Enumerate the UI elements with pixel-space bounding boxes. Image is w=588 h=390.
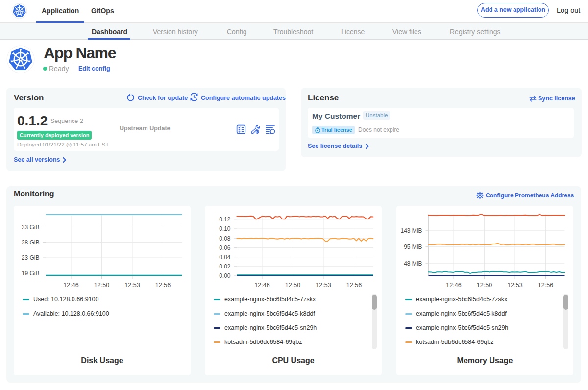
svg-text:12:53: 12:53 (507, 282, 522, 289)
svg-text:0.08: 0.08 (219, 235, 231, 242)
svg-text:0.10: 0.10 (219, 225, 231, 232)
svg-text:19 GiB: 19 GiB (22, 270, 40, 277)
svg-text:12:56: 12:56 (538, 282, 553, 289)
svg-text:12:46: 12:46 (446, 282, 461, 289)
svg-text:48 MiB: 48 MiB (404, 260, 422, 267)
svg-text:33 GiB: 33 GiB (22, 224, 40, 231)
svg-text:28 GiB: 28 GiB (22, 239, 40, 246)
svg-text:0.12: 0.12 (219, 216, 231, 223)
svg-text:12:50: 12:50 (477, 282, 492, 289)
svg-text:95 MiB: 95 MiB (404, 244, 422, 250)
svg-text:12:53: 12:53 (316, 282, 331, 289)
svg-text:143 MiB: 143 MiB (400, 227, 422, 234)
svg-text:23 GiB: 23 GiB (22, 254, 40, 261)
svg-text:12:56: 12:56 (346, 282, 362, 289)
svg-text:12:56: 12:56 (155, 282, 171, 289)
svg-text:0.02: 0.02 (219, 263, 231, 270)
svg-text:12:50: 12:50 (94, 282, 109, 289)
svg-text:12:53: 12:53 (124, 282, 140, 289)
svg-text:0.04: 0.04 (219, 254, 231, 261)
svg-text:12:46: 12:46 (254, 282, 270, 289)
svg-text:0.06: 0.06 (219, 244, 231, 251)
svg-text:0.00: 0.00 (219, 272, 231, 279)
svg-text:12:46: 12:46 (63, 282, 78, 289)
svg-text:12:50: 12:50 (285, 282, 300, 289)
